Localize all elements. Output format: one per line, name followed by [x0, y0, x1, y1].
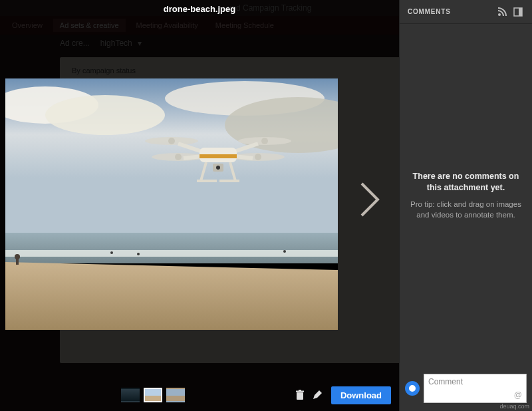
thumbnail[interactable]	[121, 388, 140, 402]
collapse-panel-button[interactable]	[512, 6, 524, 18]
image-stage[interactable]	[5, 78, 338, 330]
edit-button[interactable]	[309, 386, 326, 404]
attachment-title: drone-beach.jpeg	[0, 4, 399, 14]
svg-point-23	[175, 154, 182, 160]
svg-point-24	[255, 154, 261, 160]
svg-point-11	[137, 253, 140, 255]
svg-point-32	[216, 166, 220, 170]
viewer-main: drone-beach.jpeg	[0, 0, 399, 411]
comment-placeholder: Comment	[428, 377, 463, 386]
svg-rect-5	[5, 233, 338, 263]
subscribe-button[interactable]	[496, 6, 508, 18]
svg-rect-6	[5, 250, 338, 257]
svg-rect-33	[297, 392, 303, 400]
thumbnail[interactable]	[144, 388, 162, 402]
pencil-icon	[312, 390, 323, 400]
panel-collapse-icon	[513, 7, 523, 17]
comments-panel: COMMENTS There are no comments on this a…	[399, 0, 532, 411]
svg-point-10	[110, 251, 113, 254]
rss-icon	[497, 7, 507, 17]
comment-input[interactable]: Comment @	[424, 374, 527, 403]
delete-button[interactable]	[291, 386, 309, 404]
svg-marker-7	[5, 262, 338, 330]
user-icon	[409, 385, 416, 392]
svg-point-36	[498, 13, 501, 16]
trash-icon	[295, 390, 305, 400]
comments-header-label: COMMENTS	[408, 8, 451, 15]
drone-beach-image	[5, 78, 338, 330]
svg-point-12	[283, 250, 286, 253]
next-button[interactable]	[354, 173, 387, 226]
svg-rect-35	[299, 390, 301, 391]
empty-subline: Pro tip: click and drag on images and vi…	[409, 199, 523, 220]
svg-point-2	[45, 95, 165, 135]
watermark: deuaq.com	[499, 403, 529, 410]
svg-point-21	[168, 138, 175, 144]
svg-point-22	[261, 138, 268, 144]
empty-headline: There are no comments on this attachment…	[409, 171, 523, 194]
chevron-right-icon	[359, 181, 382, 218]
attachment-viewer: drone-beach.jpeg	[0, 0, 532, 411]
bottom-bar: Download	[0, 379, 399, 411]
comments-header: COMMENTS	[400, 0, 532, 24]
thumbnail[interactable]	[166, 388, 185, 402]
download-button[interactable]: Download	[331, 386, 391, 404]
avatar	[405, 381, 420, 396]
svg-rect-26	[200, 154, 237, 158]
svg-rect-38	[519, 8, 522, 16]
comments-empty-state: There are no comments on this attachment…	[400, 24, 532, 367]
mention-button[interactable]: @	[514, 390, 522, 400]
svg-rect-9	[16, 258, 19, 265]
thumbnail-strip	[121, 388, 185, 402]
